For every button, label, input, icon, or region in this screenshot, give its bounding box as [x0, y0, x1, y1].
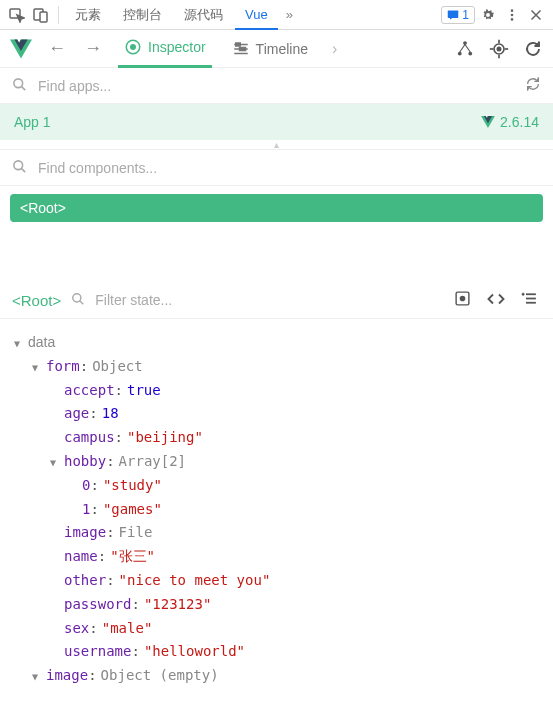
- messages-badge[interactable]: 1: [441, 6, 475, 24]
- state-component-name: <Root>: [12, 292, 61, 309]
- svg-line-24: [21, 86, 25, 90]
- data-form-hobby-1[interactable]: 1: "games": [14, 498, 539, 522]
- device-toggle-icon[interactable]: [30, 4, 52, 26]
- tab-console[interactable]: 控制台: [113, 0, 172, 30]
- timeline-icon: [232, 40, 250, 58]
- app-version: 2.6.14: [481, 114, 539, 130]
- svg-line-28: [80, 300, 84, 304]
- data-form-hobby[interactable]: hobby: Array[2]: [14, 450, 539, 474]
- gear-icon[interactable]: [477, 4, 499, 26]
- find-components-row: [0, 150, 553, 186]
- svg-rect-3: [448, 10, 459, 18]
- caret-icon[interactable]: [32, 359, 44, 376]
- svg-point-4: [511, 9, 514, 12]
- panel-grip-icon[interactable]: ▴: [0, 140, 553, 150]
- data-form-image[interactable]: image: File: [14, 521, 539, 545]
- reload-icon[interactable]: [523, 39, 543, 59]
- data-image[interactable]: image: Object (empty): [14, 664, 539, 688]
- data-form-hobby-0[interactable]: 0: "study": [14, 474, 539, 498]
- tab-inspector-label: Inspector: [148, 39, 206, 55]
- svg-point-15: [458, 51, 462, 55]
- svg-rect-12: [235, 43, 240, 46]
- search-icon: [12, 77, 28, 95]
- data-form-campus[interactable]: campus: "beijing": [14, 426, 539, 450]
- locate-icon[interactable]: [489, 39, 509, 59]
- data-form-username[interactable]: username: "helloworld": [14, 640, 539, 664]
- close-icon[interactable]: [525, 4, 547, 26]
- svg-point-5: [511, 13, 514, 16]
- inspect-dom-icon[interactable]: [484, 292, 508, 309]
- data-form-name[interactable]: name: "张三": [14, 545, 539, 569]
- tab-vue[interactable]: Vue: [235, 0, 278, 30]
- tab-timeline-label: Timeline: [256, 41, 308, 57]
- find-apps-input[interactable]: [38, 78, 515, 94]
- svg-point-23: [14, 78, 23, 87]
- data-form-accept[interactable]: accept: true: [14, 379, 539, 403]
- data-form-sex[interactable]: sex: "male": [14, 617, 539, 641]
- find-components-input[interactable]: [38, 160, 541, 176]
- tab-inspector[interactable]: Inspector: [118, 30, 212, 68]
- nav-forward-icon[interactable]: →: [82, 38, 104, 59]
- svg-rect-2: [40, 12, 47, 22]
- state-data-tree: data form: Object accept: true age: 18 c…: [0, 319, 553, 700]
- svg-point-25: [14, 160, 23, 169]
- search-icon: [12, 159, 28, 177]
- component-tree-root[interactable]: <Root>: [10, 194, 543, 222]
- scroll-to-component-icon[interactable]: [451, 290, 474, 310]
- inspect-element-icon[interactable]: [6, 4, 28, 26]
- svg-point-16: [468, 51, 472, 55]
- svg-point-8: [130, 44, 136, 50]
- filter-state-input[interactable]: [95, 292, 441, 308]
- vue-logo-icon: [10, 39, 32, 59]
- svg-point-6: [511, 18, 514, 21]
- more-tabs-icon[interactable]: »: [280, 7, 299, 22]
- caret-icon[interactable]: [50, 454, 62, 471]
- svg-point-27: [73, 293, 81, 301]
- caret-icon[interactable]: [32, 668, 44, 685]
- search-icon: [71, 292, 85, 309]
- target-icon: [124, 38, 142, 56]
- svg-point-18: [497, 47, 500, 50]
- state-header: <Root>: [0, 282, 553, 319]
- message-count: 1: [462, 8, 469, 22]
- tab-timeline[interactable]: Timeline: [226, 30, 314, 68]
- svg-line-26: [21, 168, 25, 172]
- caret-icon[interactable]: [14, 335, 26, 352]
- data-form-password[interactable]: password: "123123": [14, 593, 539, 617]
- svg-rect-13: [239, 47, 245, 50]
- chevron-right-icon[interactable]: ›: [328, 40, 341, 58]
- data-form-age[interactable]: age: 18: [14, 402, 539, 426]
- tab-elements[interactable]: 元素: [65, 0, 111, 30]
- svg-point-30: [460, 296, 464, 300]
- find-apps-row: [0, 68, 553, 104]
- components-graph-icon[interactable]: [455, 39, 475, 59]
- kebab-menu-icon[interactable]: [501, 4, 523, 26]
- data-section[interactable]: data: [14, 331, 539, 355]
- separator: [58, 6, 59, 24]
- app-name: App 1: [14, 114, 51, 130]
- svg-point-14: [463, 41, 467, 45]
- menu-icon[interactable]: [518, 290, 541, 310]
- data-form-other[interactable]: other: "nice to meet you": [14, 569, 539, 593]
- tab-sources[interactable]: 源代码: [174, 0, 233, 30]
- devtools-tab-bar: 元素 控制台 源代码 Vue » 1: [0, 0, 553, 30]
- vue-toolbar: ← → Inspector Timeline ›: [0, 30, 553, 68]
- nav-back-icon[interactable]: ←: [46, 38, 68, 59]
- refresh-icon[interactable]: [525, 76, 541, 95]
- data-form[interactable]: form: Object: [14, 355, 539, 379]
- app-bar[interactable]: App 1 2.6.14: [0, 104, 553, 140]
